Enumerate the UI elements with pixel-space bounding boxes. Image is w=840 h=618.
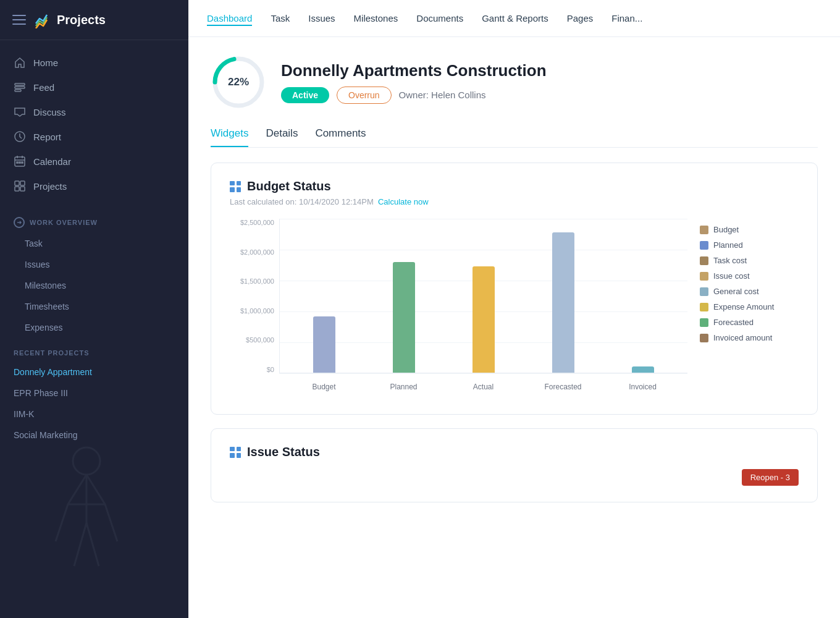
y-label-4: $500,000 [246,336,274,344]
legend-issue-cost: Issue cost [700,271,799,281]
issue-grid-icon [230,447,241,458]
budget-card: Budget Status Last calculated on: 10/14/… [211,163,818,415]
issue-card-header: Issue Status [230,445,799,459]
svg-point-15 [73,447,100,475]
recent-item-iim[interactable]: IIM-K [0,404,188,425]
legend-label-planned: Planned [713,240,743,250]
nav-label-projects: Projects [33,181,67,192]
recent-projects-section: RECENT PROJECTS [0,338,188,362]
tab-widgets[interactable]: Widgets [211,127,248,147]
x-label-actual: Actual [451,383,516,391]
content-area: 22% Donnelly Apartments Construction Act… [188,37,840,618]
topnav-pages[interactable]: Pages [567,11,594,26]
sidebar-item-timesheets[interactable]: Timesheets [0,296,188,317]
sidebar-item-milestones[interactable]: Milestones [0,275,188,296]
legend-general-cost: General cost [700,287,799,296]
legend-planned: Planned [700,240,799,250]
recent-item-social[interactable]: Social Marketing [0,425,188,446]
svg-rect-13 [15,187,19,191]
svg-rect-14 [20,187,25,191]
topnav-documents[interactable]: Documents [416,11,463,26]
issue-card-title: Issue Status [247,445,320,459]
app-title: Projects [57,13,106,27]
progress-ring: 22% [211,54,266,110]
topnav-finance[interactable]: Finan... [611,11,642,26]
tab-comments[interactable]: Comments [315,127,366,147]
logo-icon [33,11,51,28]
sidebar-item-report[interactable]: Report [0,124,188,149]
recent-item-donnely[interactable]: Donnely Appartment [0,362,188,383]
badge-overrun: Overrun [337,87,392,104]
legend-label-budget: Budget [713,225,739,234]
topnav-gantt[interactable]: Gantt & Reports [482,11,548,26]
svg-rect-12 [20,181,25,185]
svg-rect-1 [15,87,25,88]
legend-forecasted: Forecasted [700,318,799,327]
sidebar-item-issues[interactable]: Issues [0,254,188,275]
x-label-budget: Budget [292,383,356,391]
tab-details[interactable]: Details [266,127,298,147]
nav-label-feed: Feed [33,82,54,93]
issue-reopen-area: Reopen - 3 [230,459,799,486]
legend-expense-amount: Expense Amount [700,302,799,311]
sidebar: Projects Home Feed Discuss [0,0,188,618]
sidebar-item-projects[interactable]: Projects [0,174,188,198]
progress-label: 22% [228,76,249,88]
budget-subtitle: Last calculated on: 10/14/2020 12:14PM C… [230,197,799,206]
legend-label-task-cost: Task cost [713,256,747,265]
legend-color-invoiced-amount [700,334,708,342]
hamburger-icon[interactable] [12,15,26,25]
bar-invoiced [610,225,675,373]
y-label-2: $1,500,000 [240,277,274,285]
y-label-5: $0 [267,366,274,373]
x-label-invoiced: Invoiced [610,383,675,391]
topnav-task[interactable]: Task [271,11,290,26]
legend-label-issue-cost: Issue cost [713,271,750,281]
budget-card-title: Budget Status [247,179,331,193]
svg-rect-0 [15,83,25,85]
chart-bars [279,219,687,373]
legend-budget: Budget [700,225,799,234]
legend-color-forecasted [700,318,708,327]
topnav-dashboard[interactable]: Dashboard [207,11,252,26]
top-nav: Dashboard Task Issues Milestones Documen… [188,0,840,37]
issue-card: Issue Status Reopen - 3 [211,428,818,502]
svg-rect-8 [17,162,18,163]
sidebar-item-home[interactable]: Home [0,50,188,75]
recent-label: RECENT PROJECTS [14,349,90,357]
legend-label-general-cost: General cost [713,287,759,296]
badge-active: Active [281,87,329,103]
bar-invoiced-rect [632,366,654,373]
topnav-milestones[interactable]: Milestones [354,11,398,26]
sidebar-item-expenses[interactable]: Expenses [0,317,188,338]
x-label-planned: Planned [371,383,436,391]
bar-planned-rect [393,262,415,373]
sidebar-nav: Home Feed Discuss Report [0,40,188,208]
section-icon [14,217,25,228]
sidebar-item-feed[interactable]: Feed [0,75,188,99]
bar-budget [292,225,357,373]
bar-budget-rect [313,316,335,373]
bar-chart-container: $2,500,000 $2,000,000 $1,500,000 $1,000,… [230,219,687,398]
recent-item-epr[interactable]: EPR Phase III [0,383,188,404]
project-header: 22% Donnelly Apartments Construction Act… [211,54,818,110]
chart-legend: Budget Planned Task cost Issue cost [700,219,799,398]
budget-grid-icon [230,181,241,192]
svg-rect-9 [19,162,20,163]
sidebar-item-task[interactable]: Task [0,233,188,254]
topnav-issues[interactable]: Issues [308,11,335,26]
calculate-now-link[interactable]: Calculate now [378,197,429,206]
page-tabs: Widgets Details Comments [211,127,818,148]
y-axis: $2,500,000 $2,000,000 $1,500,000 $1,000,… [230,219,279,373]
reopen-badge: Reopen - 3 [742,469,799,486]
nav-label-report: Report [33,132,61,142]
sidebar-item-calendar[interactable]: Calendar [0,149,188,174]
owner-text: Owner: Helen Collins [399,90,486,100]
budget-card-header: Budget Status [230,179,799,193]
legend-label-expense-amount: Expense Amount [713,302,774,311]
bar-forecasted-rect [552,232,574,373]
project-title: Donnelly Apartments Construction [281,61,547,80]
svg-rect-2 [15,90,21,91]
sidebar-item-discuss[interactable]: Discuss [0,99,188,124]
legend-label-invoiced-amount: Invoiced amount [713,333,772,342]
